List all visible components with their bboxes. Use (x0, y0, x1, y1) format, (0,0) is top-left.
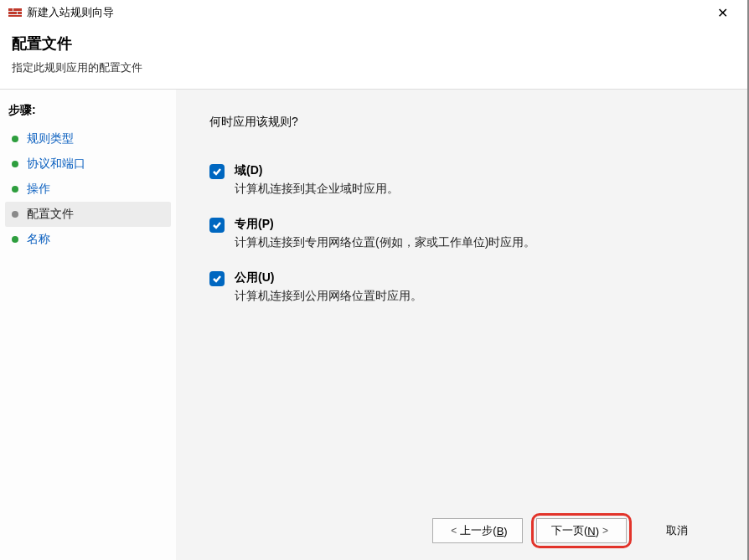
step-action[interactable]: 操作 (5, 177, 171, 202)
wizard-window: 新建入站规则向导 ✕ 配置文件 指定此规则应用的配置文件 步骤: 规则类型 协议… (0, 0, 749, 560)
svg-rect-3 (13, 8, 13, 12)
option-body: 公用(U) 计算机连接到公用网络位置时应用。 (235, 270, 422, 304)
step-protocol-port[interactable]: 协议和端口 (5, 152, 171, 177)
step-label: 配置文件 (27, 207, 74, 222)
step-label: 名称 (27, 232, 50, 247)
next-highlight: 下一页(N) > (531, 513, 632, 548)
bullet-icon (12, 161, 18, 167)
wizard-footer: < 上一步(B) 下一页(N) > 取消 (209, 510, 714, 543)
titlebar: 新建入站规则向导 ✕ (0, 0, 747, 25)
step-label: 协议和端口 (27, 157, 85, 172)
option-private: 专用(P) 计算机连接到专用网络位置(例如，家或工作单位)时应用。 (209, 217, 714, 250)
checkbox-public[interactable] (209, 271, 225, 286)
svg-rect-4 (17, 12, 18, 14)
bullet-icon (12, 136, 18, 142)
option-desc: 计算机连接到公用网络位置时应用。 (235, 289, 422, 304)
check-icon (212, 274, 222, 284)
option-desc: 计算机连接到专用网络位置(例如，家或工作单位)时应用。 (235, 235, 535, 250)
option-title: 域(D) (235, 163, 399, 178)
back-prefix: 上一步( (460, 523, 496, 538)
back-suffix: ) (504, 525, 507, 537)
close-button[interactable]: ✕ (705, 5, 739, 21)
chevron-right-icon: > (599, 525, 612, 537)
step-rule-type[interactable]: 规则类型 (5, 126, 171, 152)
option-public: 公用(U) 计算机连接到公用网络位置时应用。 (209, 270, 714, 304)
step-label: 规则类型 (27, 131, 74, 146)
back-key: B (497, 525, 504, 537)
steps-sidebar: 步骤: 规则类型 协议和端口 操作 配置文件 名称 (0, 90, 176, 560)
steps-heading: 步骤: (8, 103, 168, 118)
option-body: 域(D) 计算机连接到其企业域时应用。 (235, 163, 399, 197)
next-prefix: 下一页( (551, 523, 587, 538)
bullet-icon (12, 236, 18, 243)
step-name[interactable]: 名称 (5, 227, 171, 252)
content-question: 何时应用该规则? (209, 115, 714, 130)
check-icon (212, 220, 222, 230)
svg-rect-0 (8, 8, 22, 17)
bullet-icon (12, 186, 18, 193)
checkbox-domain[interactable] (209, 164, 225, 179)
svg-rect-2 (8, 14, 22, 15)
next-button[interactable]: 下一页(N) > (536, 518, 627, 543)
content-pane: 何时应用该规则? 域(D) 计算机连接到其企业域时应用。 专用(P) 计算机连接… (176, 90, 747, 560)
option-desc: 计算机连接到其企业域时应用。 (235, 182, 399, 197)
page-subtitle: 指定此规则应用的配置文件 (12, 60, 736, 75)
svg-rect-1 (8, 11, 22, 12)
option-body: 专用(P) 计算机连接到专用网络位置(例如，家或工作单位)时应用。 (235, 217, 535, 250)
option-domain: 域(D) 计算机连接到其企业域时应用。 (209, 163, 714, 197)
firewall-icon (8, 6, 22, 19)
back-button[interactable]: < 上一步(B) (432, 518, 523, 543)
cancel-button[interactable]: 取消 (640, 518, 714, 543)
check-icon (212, 167, 222, 177)
checkbox-private[interactable] (209, 218, 225, 233)
window-title: 新建入站规则向导 (27, 5, 705, 20)
page-title: 配置文件 (12, 33, 736, 54)
next-key: N (587, 525, 595, 537)
bullet-icon (12, 211, 18, 218)
chevron-left-icon: < (447, 525, 460, 537)
step-profile[interactable]: 配置文件 (5, 202, 171, 227)
option-title: 专用(P) (235, 217, 535, 232)
wizard-header: 配置文件 指定此规则应用的配置文件 (0, 25, 747, 90)
step-label: 操作 (27, 182, 50, 197)
option-title: 公用(U) (235, 270, 422, 285)
wizard-body: 步骤: 规则类型 协议和端口 操作 配置文件 名称 何时 (0, 90, 747, 560)
